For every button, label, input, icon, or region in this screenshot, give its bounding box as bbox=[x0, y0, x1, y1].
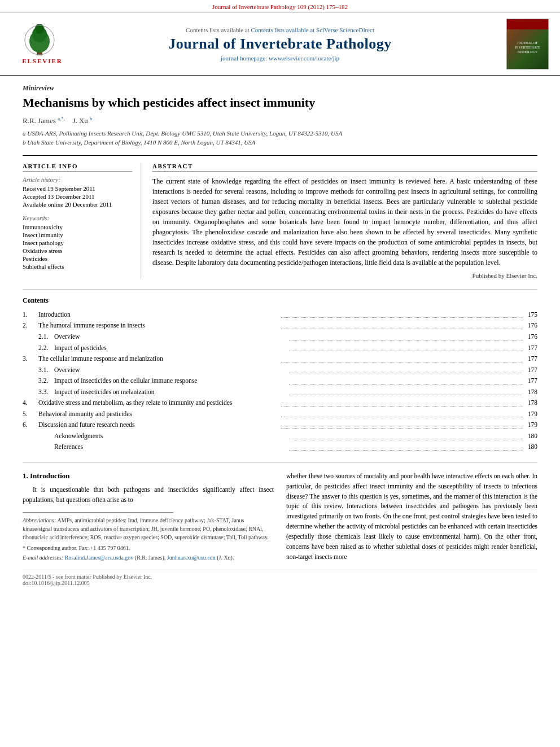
article-type: Minireview bbox=[23, 84, 537, 93]
keyword-3: Insect pathology bbox=[23, 239, 132, 246]
doi-text: doi:10.1016/j.jip.2011.12.005 bbox=[23, 580, 537, 586]
sciverse-link[interactable]: Contents lists available at SciVerse Sci… bbox=[251, 27, 374, 33]
journal-homepage: journal homepage: www.elsevier.com/locat… bbox=[79, 55, 481, 62]
footnotes: Abbreviations: AMPs, antimicrobial pepti… bbox=[23, 516, 274, 541]
copyright-text: 0022-2011/$ - see front matter Published… bbox=[23, 574, 537, 580]
elsevier-logo-area: ELSEVIER bbox=[11, 24, 73, 64]
affiliations: a USDA-ARS, Pollinating Insects Research… bbox=[23, 129, 537, 147]
authors-line: R.R. James a,*, J. Xu b bbox=[23, 116, 537, 125]
affiliation-a: a USDA-ARS, Pollinating Insects Research… bbox=[23, 129, 537, 138]
email-1[interactable]: Rosalind.James@ars.usda.gov bbox=[65, 554, 134, 561]
abbreviations-label: Abbreviations: bbox=[23, 517, 58, 523]
keywords-label: Keywords: bbox=[23, 215, 132, 221]
keywords-section: Keywords: Immunotoxicity Insect immunity… bbox=[23, 215, 132, 270]
sciverse-line: Contents lists available at Contents lis… bbox=[79, 27, 481, 33]
homepage-url[interactable]: www.elsevier.com/locate/jip bbox=[269, 55, 339, 62]
available-date: Available online 20 December 2011 bbox=[23, 201, 132, 208]
cover-text: JOURNAL OF INVERTEBRATE PATHOLOGY bbox=[509, 41, 546, 54]
contents-title: Contents bbox=[23, 296, 537, 305]
history-label: Article history: bbox=[23, 176, 132, 183]
affiliation-b: b Utah State University, Department of B… bbox=[23, 138, 537, 147]
published-by: Published by Elsevier Inc. bbox=[152, 272, 537, 279]
elsevier-logo-svg bbox=[11, 24, 68, 58]
keyword-5: Pesticides bbox=[23, 255, 132, 262]
email-2-name: (J. Xu). bbox=[217, 554, 234, 561]
article-title: Mechanisms by which pesticides affect in… bbox=[23, 95, 537, 111]
section-divider bbox=[23, 462, 537, 462]
email-2[interactable]: Junhuan.xu@usu.edu bbox=[167, 554, 216, 561]
journal-citation: Journal of Invertebrate Pathology 109 (2… bbox=[0, 0, 560, 13]
journal-cover-area: JOURNAL OF INVERTEBRATE PATHOLOGY bbox=[487, 19, 549, 69]
intro-para-2: whether these two sources of mortality a… bbox=[286, 471, 537, 562]
journal-title-area: Contents lists available at Contents lis… bbox=[73, 27, 487, 62]
email-note: E-mail addresses: Rosalind.James@ars.usd… bbox=[23, 553, 274, 562]
footnote-divider bbox=[23, 512, 173, 513]
toc-item-ref: References 180 bbox=[23, 442, 537, 453]
main-content: Minireview Mechanisms by which pesticide… bbox=[0, 84, 560, 586]
intro-para-1: It is unquestionable that both pathogens… bbox=[23, 485, 274, 505]
author-b-sup: b bbox=[90, 116, 93, 121]
journal-header: ELSEVIER Contents lists available at Con… bbox=[0, 13, 560, 76]
keyword-4: Oxidative stress bbox=[23, 247, 132, 254]
bottom-bar: 0022-2011/$ - see front matter Published… bbox=[23, 570, 537, 586]
email-1-name: (R.R. James), bbox=[135, 554, 167, 561]
abstract-column: ABSTRACT The current state of knowledge … bbox=[152, 163, 537, 279]
author-b: J. Xu bbox=[72, 116, 88, 125]
intro-left-col: 1. Introduction It is unquestionable tha… bbox=[23, 471, 274, 562]
journal-cover: JOURNAL OF INVERTEBRATE PATHOLOGY bbox=[506, 19, 549, 69]
affiliation-b-text: b Utah State University, Department of B… bbox=[23, 138, 255, 147]
citation-text: Journal of Invertebrate Pathology 109 (2… bbox=[212, 3, 348, 10]
abstract-title: ABSTRACT bbox=[152, 163, 537, 172]
author-a: R.R. James bbox=[23, 116, 56, 125]
article-info-column: ARTICLE INFO Article history: Received 1… bbox=[23, 163, 141, 279]
keyword-6: Sublethal effects bbox=[23, 263, 132, 270]
journal-title: Journal of Invertebrate Pathology bbox=[79, 36, 481, 53]
keyword-2: Insect immunity bbox=[23, 231, 132, 238]
received-date: Received 19 September 2011 bbox=[23, 185, 132, 192]
intro-heading: 1. Introduction bbox=[23, 471, 274, 480]
keyword-1: Immunotoxicity bbox=[23, 224, 132, 230]
author-a-sup: a,*, bbox=[58, 116, 65, 121]
article-info-abstract: ARTICLE INFO Article history: Received 1… bbox=[23, 155, 537, 279]
abstract-text: The current state of knowledge regarding… bbox=[152, 176, 537, 268]
article-info-title: ARTICLE INFO bbox=[23, 163, 132, 172]
contents-section: Contents 1. Introduction 175 2. The humo… bbox=[23, 289, 537, 453]
corresponding-note: * Corresponding author. Fax: +1 435 797 … bbox=[23, 544, 274, 552]
accepted-date: Accepted 13 December 2011 bbox=[23, 193, 132, 200]
homepage-label: journal homepage: bbox=[221, 55, 267, 62]
introduction-section: 1. Introduction It is unquestionable tha… bbox=[23, 471, 537, 562]
intro-right-col: whether these two sources of mortality a… bbox=[286, 471, 537, 562]
affiliation-a-text: a USDA-ARS, Pollinating Insects Research… bbox=[23, 129, 342, 138]
abbreviations-text: AMPs, antimicrobial peptides; Imd, immun… bbox=[23, 517, 269, 540]
elsevier-text: ELSEVIER bbox=[11, 58, 73, 64]
